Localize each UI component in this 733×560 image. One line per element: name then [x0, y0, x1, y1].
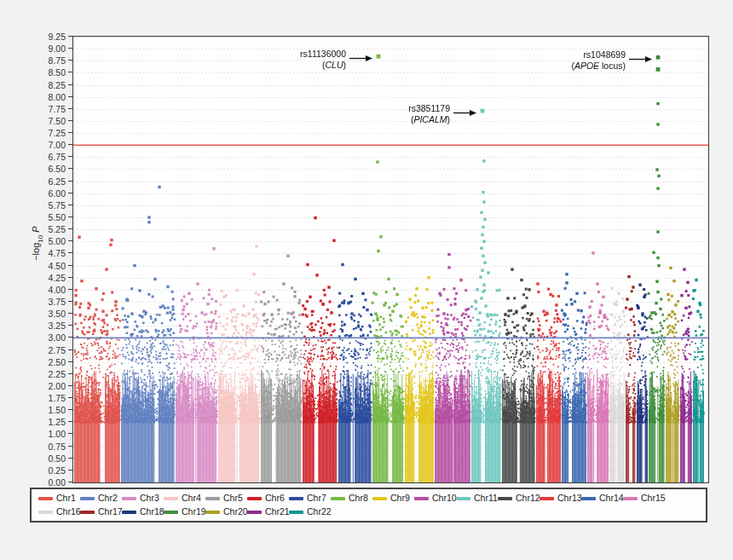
legend-label: Chr1 [56, 494, 76, 503]
legend-swatch-icon [122, 497, 136, 500]
legend-item-chr21: Chr21 [247, 507, 289, 517]
snp-gene-suffix: locus [599, 61, 622, 71]
legend-swatch-icon [498, 497, 512, 500]
y-tick-label: 4.00 [28, 286, 66, 294]
snp-rsid: rs11136000 [300, 49, 346, 59]
snp-annotation: rs1048699(APOE locus) [571, 49, 652, 72]
legend-item-chr1: Chr1 [38, 494, 80, 503]
y-tick-label: 8.00 [28, 93, 66, 101]
legend-item-chr9: Chr9 [372, 494, 414, 503]
plot-area [72, 36, 709, 483]
legend-swatch-icon [414, 497, 429, 500]
legend-label: Chr6 [265, 494, 285, 503]
legend-swatch-icon [80, 511, 95, 514]
legend-item-chr10: Chr10 [414, 494, 456, 503]
legend-swatch-icon [289, 511, 303, 514]
y-tick-label: 0.25 [28, 466, 66, 475]
y-tick-label: 5.25 [28, 225, 66, 234]
y-tick-label: 7.75 [28, 105, 66, 113]
y-tick-label: 9.25 [28, 32, 66, 41]
legend-item-chr7: Chr7 [289, 494, 331, 503]
snp-annotation-text: rs3851179(PICALM) [408, 103, 450, 125]
y-tick-label: 0.50 [28, 454, 66, 463]
legend-item-chr6: Chr6 [247, 494, 289, 503]
legend-label: Chr18 [140, 507, 164, 517]
chromosome-legend: Chr1Chr2Chr3Chr4Chr5Chr6Chr7Chr8Chr9Chr1… [30, 488, 707, 522]
legend-item-chr4: Chr4 [164, 494, 205, 503]
legend-swatch-icon [372, 497, 387, 500]
legend-item-chr11: Chr11 [456, 494, 498, 503]
legend-item-chr19: Chr19 [164, 507, 205, 517]
y-tick-label: 8.75 [28, 56, 66, 65]
snp-annotation: rs3851179(PICALM) [408, 103, 476, 125]
legend-label: Chr4 [182, 494, 201, 503]
legend-label: Chr17 [98, 507, 123, 517]
y-tick-label: 0.75 [28, 442, 66, 451]
legend-item-chr2: Chr2 [80, 494, 122, 503]
y-tick-label: 6.00 [28, 189, 66, 198]
legend-swatch-icon [540, 497, 554, 500]
y-tick-label: 6.25 [28, 177, 66, 186]
snp-annotation-text: rs11136000(CLU) [300, 49, 346, 71]
y-tick-label: 4.75 [28, 249, 66, 257]
snp-rsid: rs3851179 [408, 103, 450, 113]
legend-item-chr3: Chr3 [122, 494, 164, 503]
y-tick-label: 7.50 [28, 117, 66, 125]
legend-label: Chr21 [265, 507, 290, 517]
legend-label: Chr12 [516, 494, 540, 503]
legend-item-chr15: Chr15 [623, 494, 665, 503]
legend-label: Chr14 [599, 494, 624, 503]
legend-label: Chr10 [432, 494, 457, 503]
legend-swatch-icon [38, 511, 53, 514]
snp-gene: APOE [574, 61, 599, 71]
snp-gene: CLU [325, 60, 343, 70]
legend-swatch-icon [289, 497, 303, 500]
annotation-arrow-icon [453, 105, 476, 120]
legend-swatch-icon [80, 497, 95, 500]
annotation-arrow-icon [349, 50, 372, 66]
y-tick-label: 1.75 [28, 394, 66, 402]
legend-label: Chr19 [182, 507, 206, 517]
legend-swatch-icon [331, 497, 345, 500]
y-tick-label: 8.25 [28, 81, 66, 89]
y-tick-label: 8.50 [28, 68, 66, 77]
snp-annotation-text: rs1048699(APOE locus) [571, 49, 626, 72]
snp-annotation: rs11136000(CLU) [300, 49, 372, 71]
legend-label: Chr9 [390, 494, 410, 503]
legend-swatch-icon [164, 497, 178, 500]
y-tick-label: 2.00 [28, 382, 66, 390]
legend-swatch-icon [205, 497, 220, 500]
y-tick-label: 2.25 [28, 370, 66, 378]
legend-item-chr17: Chr17 [80, 507, 122, 517]
legend-label: Chr22 [307, 507, 332, 517]
y-tick-label: 5.00 [28, 237, 66, 245]
legend-swatch-icon [247, 511, 262, 514]
y-tick-label: 3.50 [28, 309, 66, 318]
y-tick-label: 9.00 [28, 44, 66, 53]
scatter-canvas [73, 37, 708, 482]
legend-label: Chr16 [56, 507, 81, 517]
y-tick-label: 5.50 [28, 213, 66, 222]
annotation-arrow-icon [629, 51, 652, 66]
y-tick-label: 4.50 [28, 262, 66, 270]
legend-swatch-icon [205, 511, 220, 514]
y-tick-label: 1.00 [28, 430, 66, 438]
y-tick-label: 5.75 [28, 201, 66, 210]
legend-swatch-icon [623, 497, 638, 500]
y-tick-label: 4.25 [28, 274, 66, 282]
legend-item-chr8: Chr8 [331, 494, 372, 503]
legend-swatch-icon [164, 511, 178, 514]
legend-label: Chr8 [349, 494, 368, 503]
y-tick-label: 7.00 [28, 141, 66, 149]
manhattan-plot-figure: −log10 P 0.000.250.500.751.001.251.501.7… [0, 0, 733, 560]
legend-label: Chr11 [474, 494, 498, 503]
legend-label: Chr5 [223, 494, 243, 503]
snp-rsid: rs1048699 [583, 49, 626, 60]
legend-item-chr5: Chr5 [205, 494, 247, 503]
legend-item-chr13: Chr13 [540, 494, 581, 503]
legend-item-chr18: Chr18 [122, 507, 164, 517]
legend-item-chr20: Chr20 [205, 507, 247, 517]
y-tick-label: 2.50 [28, 358, 66, 367]
legend-label: Chr15 [641, 494, 666, 503]
legend-swatch-icon [456, 497, 470, 500]
